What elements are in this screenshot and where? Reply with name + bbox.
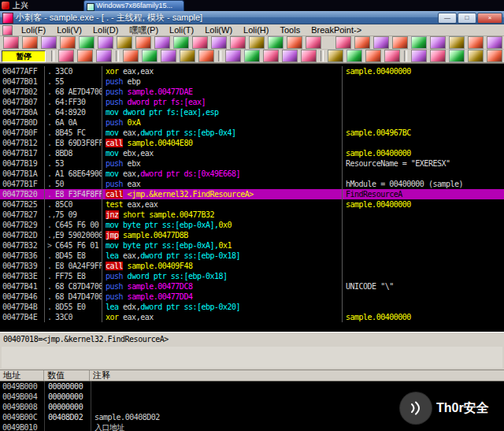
- toolbar-icon[interactable]: [98, 36, 113, 49]
- toolbar-icon[interactable]: [282, 50, 298, 62]
- toolbar-icon[interactable]: [58, 50, 74, 62]
- toolbar-icon[interactable]: [230, 36, 246, 49]
- toolbar-icon[interactable]: [346, 50, 362, 62]
- menu-item[interactable]: Loli(V): [51, 24, 87, 35]
- toolbar-icon[interactable]: [268, 36, 284, 49]
- menu-item[interactable]: Loli(H): [238, 24, 274, 35]
- menu-item[interactable]: Loli(F): [16, 24, 51, 35]
- menu-item[interactable]: Loli(D): [87, 24, 124, 35]
- toolbar-icon[interactable]: [335, 36, 351, 49]
- toolbar-icon[interactable]: [249, 36, 265, 49]
- toolbar-icon[interactable]: [328, 50, 343, 62]
- disasm-row[interactable]: 00477B1F.50push eaxhModule = 00400000 (s…: [0, 179, 504, 189]
- toolbar-icon[interactable]: [60, 36, 76, 49]
- disasm-row[interactable]: 00477B02.68 AE7D4700push sample.00477DAE: [0, 87, 504, 97]
- dump-header[interactable]: 地址: [0, 370, 44, 381]
- toolbar-icon[interactable]: [180, 50, 195, 62]
- toolbar-icon[interactable]: [198, 50, 214, 62]
- toolbar-icon[interactable]: [411, 36, 427, 49]
- toolbar-icon[interactable]: [22, 36, 38, 49]
- disasm-row[interactable]: 00477B19.53push ebxResourceName = "EXERE…: [0, 158, 504, 169]
- disasm-row[interactable]: 00477AFF.33C0xor eax,eaxsample.00400000: [0, 66, 504, 76]
- menu-item[interactable]: Loli(W): [199, 24, 238, 35]
- title-bar[interactable]: 小刺客 - sample.exe - [ . - 主线程, 模块 - sampl…: [0, 11, 504, 24]
- disasm-row[interactable]: 00477B12.E8 69D3F8FFcall sample.00404E80: [0, 138, 504, 148]
- disasm-comment: sample.00400000: [343, 148, 504, 158]
- toolbar-icon[interactable]: [41, 36, 57, 49]
- toolbar-icon[interactable]: [365, 50, 381, 62]
- menu-item[interactable]: Tools: [274, 24, 306, 35]
- toolbar-icon[interactable]: [449, 36, 465, 49]
- toolbar-icon[interactable]: [161, 50, 176, 62]
- close-button[interactable]: ×: [477, 13, 502, 24]
- disasm-bytes: 68 C87D4700: [55, 281, 102, 292]
- toolbar-icon[interactable]: [487, 36, 502, 49]
- disasm-row[interactable]: 00477B46.68 D47D4700push sample.00477DD4: [0, 292, 504, 302]
- toolbar-icon[interactable]: [225, 50, 241, 62]
- disasm-row[interactable]: 00477B4E.33C0xor eax,eaxsample.00400000: [0, 312, 504, 322]
- toolbar-icon[interactable]: [373, 36, 389, 49]
- dump-header[interactable]: 数值: [44, 370, 90, 381]
- disasm-row[interactable]: 00477B36.8D45 E8lea eax,dword ptr ss:[eb…: [0, 251, 504, 261]
- disasm-row[interactable]: 00477B17.8BD8mov ebx,eaxsample.00400000: [0, 148, 504, 158]
- toolbar-icon[interactable]: [384, 50, 400, 62]
- disasm-row[interactable]: 00477B0D.6A 0Apush 0xA: [0, 117, 504, 128]
- disasm-row[interactable]: 00477B41.68 C87D4700push sample.00477DC8…: [0, 281, 504, 292]
- disasm-row[interactable]: 00477B29.C645 F6 00mov byte ptr ss:[ebp-…: [0, 220, 504, 230]
- toolbar-icon[interactable]: [392, 36, 408, 49]
- menu-item[interactable]: BreakPoint->: [306, 24, 367, 35]
- disasm-instruction: mov ebx,eax: [102, 148, 343, 158]
- toolbar-icon[interactable]: [173, 36, 189, 49]
- toolbar-icon[interactable]: [135, 36, 151, 49]
- disasm-row[interactable]: 00477B25.85C0test eax,eaxsample.00400000: [0, 199, 504, 210]
- disasm-row[interactable]: 00477B4B.8D55 E0lea edx,dword ptr ss:[eb…: [0, 302, 504, 312]
- disasm-row[interactable]: 00477B0A.64:8920mov dword ptr fs:[eax],e…: [0, 107, 504, 117]
- disasm-row[interactable]: 00477B07.64:FF30push dword ptr fs:[eax]: [0, 97, 504, 107]
- maximize-button[interactable]: □: [458, 13, 476, 24]
- disasm-row[interactable]: 00477B01.55push ebp: [0, 76, 504, 87]
- menu-item[interactable]: 嘿嘿(P): [124, 24, 164, 35]
- dump-header[interactable]: 注释: [90, 370, 504, 381]
- toolbar-icon[interactable]: [430, 50, 446, 62]
- toolbar-icon[interactable]: [430, 36, 446, 49]
- disasm-row[interactable]: 00477B3E.FF75 E8push dword ptr ss:[ebp-0…: [0, 271, 504, 281]
- toolbar-icon[interactable]: [192, 36, 208, 49]
- toolbar-icon[interactable]: [411, 50, 427, 62]
- disasm-row[interactable]: 00477B0F.8B45 FCmov eax,dword ptr ss:[eb…: [0, 128, 504, 138]
- disasm-row[interactable]: 00477B2D.,E9 59020000jmp sample.00477D8B: [0, 230, 504, 240]
- toolbar-icon[interactable]: [487, 50, 502, 62]
- disasm-row[interactable]: 00477B20.E8 F3F4F8FFcall <jmp.&kernel32.…: [0, 189, 504, 199]
- toolbar-icon[interactable]: [142, 50, 158, 62]
- disassembly-panel[interactable]: 00477AFF.33C0xor eax,eaxsample.004000000…: [0, 63, 504, 332]
- toolbar-icon[interactable]: [354, 36, 370, 49]
- toolbar-icon[interactable]: [96, 50, 112, 62]
- toolbar-icon[interactable]: [154, 36, 170, 49]
- disasm-row[interactable]: 00477B27.,75 09jnz short sample.00477B32: [0, 210, 504, 220]
- toolbar-icon[interactable]: [123, 50, 139, 62]
- debugger-window: 上兴 Windows7x86family15... 小刺客 - sample.e…: [0, 0, 504, 431]
- disasm-row[interactable]: 00477B32>C645 F6 01mov byte ptr ss:[ebp-…: [0, 240, 504, 251]
- toolbar-icon[interactable]: [77, 50, 93, 62]
- toolbar-icon[interactable]: [449, 50, 465, 62]
- disasm-bytes: 33C0: [55, 312, 102, 322]
- toolbar-icon[interactable]: [117, 36, 132, 49]
- toolbar-row-2: 暂停: [0, 50, 504, 63]
- toolbar-icon[interactable]: [468, 50, 484, 62]
- toolbar-icon[interactable]: [287, 36, 302, 49]
- toolbar-icon[interactable]: [211, 36, 227, 49]
- toolbar-icon[interactable]: [306, 36, 321, 49]
- toolbar-icon[interactable]: [244, 50, 260, 62]
- toolbar-icon[interactable]: [263, 50, 279, 62]
- toolbar-icon[interactable]: [79, 36, 94, 49]
- dump-address: 0049B004: [0, 392, 45, 402]
- toolbar-icon[interactable]: [3, 36, 19, 49]
- disasm-row[interactable]: 00477B39.E8 0A24F9FFcall sample.00409F48: [0, 261, 504, 271]
- toolbar-icon[interactable]: [468, 36, 484, 49]
- dump-row[interactable]: 0049B00000000000: [0, 381, 504, 392]
- toolbar-icon[interactable]: [301, 50, 317, 62]
- background-window-tab[interactable]: Windows7x86family15...: [83, 0, 184, 11]
- minimize-button[interactable]: —: [438, 13, 457, 24]
- disasm-row[interactable]: 00477B1A.A1 68E64900mov eax,dword ptr ds…: [0, 169, 504, 179]
- disasm-analysis-mark: .: [45, 302, 55, 312]
- menu-item[interactable]: Loli(T): [164, 24, 199, 35]
